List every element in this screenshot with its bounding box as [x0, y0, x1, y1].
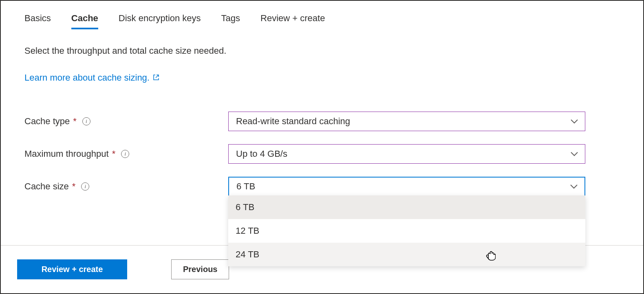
tab-basics[interactable]: Basics [24, 9, 51, 29]
field-cache-type: Cache type * i Read-write standard cachi… [24, 112, 620, 131]
cache-size-select[interactable]: 6 TB 6 TB 12 TB 24 TB [228, 177, 585, 196]
required-asterisk: * [72, 181, 76, 192]
cache-size-option-24tb-label: 24 TB [236, 249, 259, 259]
tab-disk-encryption[interactable]: Disk encryption keys [119, 9, 201, 29]
previous-button[interactable]: Previous [171, 259, 229, 279]
cache-size-option-24tb[interactable]: 24 TB [228, 243, 585, 266]
cache-type-select[interactable]: Read-write standard caching [228, 112, 585, 131]
cache-size-option-12tb[interactable]: 12 TB [228, 219, 585, 243]
tab-cache[interactable]: Cache [71, 9, 98, 29]
tab-review-create[interactable]: Review + create [260, 9, 325, 29]
required-asterisk: * [73, 116, 77, 127]
pointer-cursor-icon [485, 248, 496, 263]
field-cache-size: Cache size * i 6 TB 6 TB 12 TB 24 TB [24, 177, 620, 196]
cache-size-option-6tb[interactable]: 6 TB [228, 195, 585, 219]
chevron-down-icon [570, 149, 578, 159]
tab-bar: Basics Cache Disk encryption keys Tags R… [24, 9, 620, 29]
chevron-down-icon [570, 181, 578, 192]
external-link-icon [153, 72, 159, 83]
max-throughput-select[interactable]: Up to 4 GB/s [228, 144, 585, 164]
cache-size-dropdown: 6 TB 12 TB 24 TB [228, 195, 585, 266]
chevron-down-icon [570, 116, 578, 127]
intro-text: Select the throughput and total cache si… [24, 46, 620, 56]
learn-more-link[interactable]: Learn more about cache sizing. [24, 72, 159, 83]
max-throughput-label: Maximum throughput [24, 149, 109, 159]
tab-tags[interactable]: Tags [221, 9, 240, 29]
max-throughput-value: Up to 4 GB/s [236, 149, 287, 159]
cache-size-label: Cache size [24, 181, 69, 192]
required-asterisk: * [112, 149, 116, 159]
info-icon[interactable]: i [121, 150, 129, 158]
cache-size-value: 6 TB [236, 181, 255, 192]
review-create-button[interactable]: Review + create [17, 259, 127, 279]
info-icon[interactable]: i [82, 117, 90, 125]
cache-type-label: Cache type [24, 116, 70, 127]
field-max-throughput: Maximum throughput * i Up to 4 GB/s [24, 144, 620, 164]
info-icon[interactable]: i [81, 182, 89, 191]
learn-more-label: Learn more about cache sizing. [24, 72, 150, 83]
cache-type-value: Read-write standard caching [236, 116, 350, 127]
